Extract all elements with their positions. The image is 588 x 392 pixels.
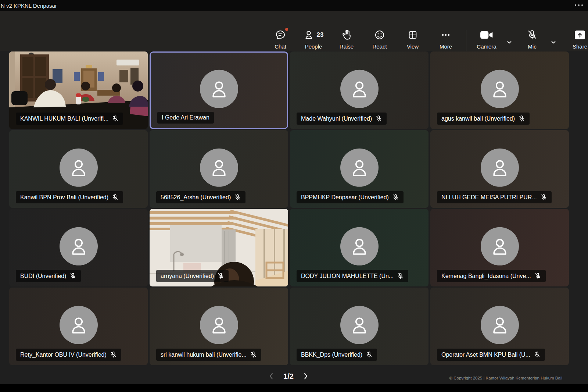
raise-hand-button[interactable]: Raise xyxy=(330,29,363,50)
muted-mic-icon xyxy=(540,194,547,201)
avatar xyxy=(481,70,519,108)
participant-name-pill: Made Wahyuni (Unverified) xyxy=(297,113,387,125)
raise-hand-icon xyxy=(341,29,352,41)
muted-mic-icon xyxy=(250,351,257,358)
share-button[interactable]: Share xyxy=(565,29,588,50)
mic-label: Mic xyxy=(528,43,536,50)
share-label: Share xyxy=(573,43,587,50)
muted-mic-icon xyxy=(110,351,117,358)
mic-muted-icon xyxy=(527,29,538,41)
participant-name: Kanwil BPN Prov Bali (Unverified) xyxy=(20,194,108,201)
share-screen-icon xyxy=(574,29,586,41)
participant-tile[interactable]: arnyana (Unverified) xyxy=(150,209,288,286)
participant-tile[interactable]: I Gede Ari Erawan xyxy=(150,51,288,129)
participant-tile[interactable]: agus kanwil bali (Unverified) xyxy=(430,51,569,129)
more-button[interactable]: More xyxy=(429,29,462,50)
avatar xyxy=(340,227,379,265)
copyright-text: © Copyright 2025 | Kantor Wilayah Kement… xyxy=(449,376,562,380)
chat-icon xyxy=(275,29,286,41)
participant-name: Kemenag Bangli_Idasona (Unve... xyxy=(441,273,531,279)
muted-mic-icon xyxy=(397,272,404,279)
chat-label: Chat xyxy=(275,43,286,50)
participant-name-pill: sri kanwil hukum bali (Unverifie... xyxy=(156,349,261,361)
participant-name: BPPMHKP Denpasar (Unverified) xyxy=(301,194,389,201)
participant-name-pill: arnyana (Unverified) xyxy=(156,270,229,282)
people-label: People xyxy=(305,43,322,50)
person-icon xyxy=(207,155,231,179)
avatar xyxy=(340,148,379,186)
react-icon xyxy=(374,29,386,41)
participant-tile[interactable]: BUDI (Unverified) xyxy=(9,209,148,286)
participant-name: 568526_Arsha (Unverified) xyxy=(161,194,231,201)
participant-name-pill: Kemenag Bangli_Idasona (Unve... xyxy=(437,270,546,282)
participant-name: arnyana (Unverified) xyxy=(161,273,214,279)
participant-tile[interactable]: KANWIL HUKUM BALI (Unverifi... xyxy=(9,51,148,129)
avatar xyxy=(60,148,98,186)
avatar xyxy=(200,70,238,108)
participant-tile[interactable]: Kemenag Bangli_Idasona (Unve... xyxy=(430,209,569,286)
participant-name: sri kanwil hukum bali (Unverifie... xyxy=(161,352,247,358)
prev-page-button[interactable] xyxy=(266,371,276,381)
mic-dropdown-chevron-icon[interactable] xyxy=(546,37,561,48)
camera-label: Camera xyxy=(477,43,496,50)
participant-tile[interactable]: 568526_Arsha (Unverified) xyxy=(150,130,288,208)
person-icon xyxy=(488,234,512,258)
participant-tile[interactable]: Made Wahyuni (Unverified) xyxy=(290,51,429,129)
camera-dropdown-chevron-icon[interactable] xyxy=(502,37,517,48)
react-label: React xyxy=(372,43,387,50)
react-button[interactable]: React xyxy=(363,29,396,50)
camera-icon xyxy=(480,29,493,41)
participant-name-pill: Operator Aset BMN KPU Bali (U... xyxy=(437,349,545,361)
person-icon xyxy=(488,76,512,101)
participant-count: 23 xyxy=(317,31,324,39)
chat-notification-badge xyxy=(284,27,289,32)
participant-name-pill: BPPMHKP Denpasar (Unverified) xyxy=(297,191,404,203)
person-icon xyxy=(347,313,372,337)
participant-name-pill: agus kanwil bali (Unverified) xyxy=(437,113,530,125)
participant-name-pill: Kanwil BPN Prov Bali (Unverified) xyxy=(16,191,123,203)
people-button[interactable]: 23 People xyxy=(297,29,330,50)
participant-tile[interactable]: sri kanwil hukum bali (Unverifie... xyxy=(150,288,288,365)
participant-tile[interactable]: Kanwil BPN Prov Bali (Unverified) xyxy=(9,130,148,208)
view-button[interactable]: View xyxy=(396,29,429,50)
person-icon xyxy=(347,155,372,179)
muted-mic-icon xyxy=(375,115,382,122)
view-label: View xyxy=(407,43,419,50)
participant-name: DODY JULION MAHULETTE (Un... xyxy=(301,273,394,279)
muted-mic-icon xyxy=(234,194,241,201)
person-icon xyxy=(207,76,231,101)
next-page-button[interactable] xyxy=(301,371,311,381)
participant-tile[interactable]: Rety_Kantor OBU IV (Unverified) xyxy=(9,288,148,365)
raise-label: Raise xyxy=(340,43,354,50)
camera-button[interactable]: Camera xyxy=(472,29,501,50)
participant-tile[interactable]: NI LUH GEDE MEISA PUTRI PUR... xyxy=(430,130,569,208)
muted-mic-icon xyxy=(217,272,224,279)
muted-mic-icon xyxy=(392,194,399,201)
participant-grid: KANWIL HUKUM BALI (Unverifi... I Gede Ar… xyxy=(9,51,569,365)
participant-name-pill: BUDI (Unverified) xyxy=(16,270,81,282)
person-icon xyxy=(67,313,91,337)
participant-tile[interactable]: DODY JULION MAHULETTE (Un... xyxy=(290,209,429,286)
view-icon xyxy=(407,29,418,41)
toolbar-divider xyxy=(466,30,466,51)
participant-name: KANWIL HUKUM BALI (Unverifi... xyxy=(20,115,108,122)
mic-button[interactable]: Mic xyxy=(521,29,543,50)
person-icon xyxy=(347,234,372,258)
participant-tile[interactable]: BPPMHKP Denpasar (Unverified) xyxy=(290,130,429,208)
muted-mic-icon xyxy=(534,272,541,279)
window-more-icon[interactable] xyxy=(575,4,583,6)
avatar xyxy=(481,227,519,265)
participant-name: BBKK_Dps (Unverified) xyxy=(301,352,362,358)
chat-button[interactable]: Chat xyxy=(264,29,297,50)
participant-tile[interactable]: Operator Aset BMN KPU Bali (U... xyxy=(430,288,569,365)
avatar xyxy=(481,306,519,344)
muted-mic-icon xyxy=(69,272,76,279)
person-icon xyxy=(207,313,231,337)
avatar xyxy=(340,306,379,344)
participant-name-pill: KANWIL HUKUM BALI (Unverifi... xyxy=(16,113,123,125)
participant-name: I Gede Ari Erawan xyxy=(162,114,209,121)
page-indicator: 1/2 xyxy=(283,372,294,381)
meeting-toolbar: Chat 23 People Raise xyxy=(0,11,588,51)
muted-mic-icon xyxy=(534,351,541,358)
participant-tile[interactable]: BBKK_Dps (Unverified) xyxy=(290,288,429,365)
